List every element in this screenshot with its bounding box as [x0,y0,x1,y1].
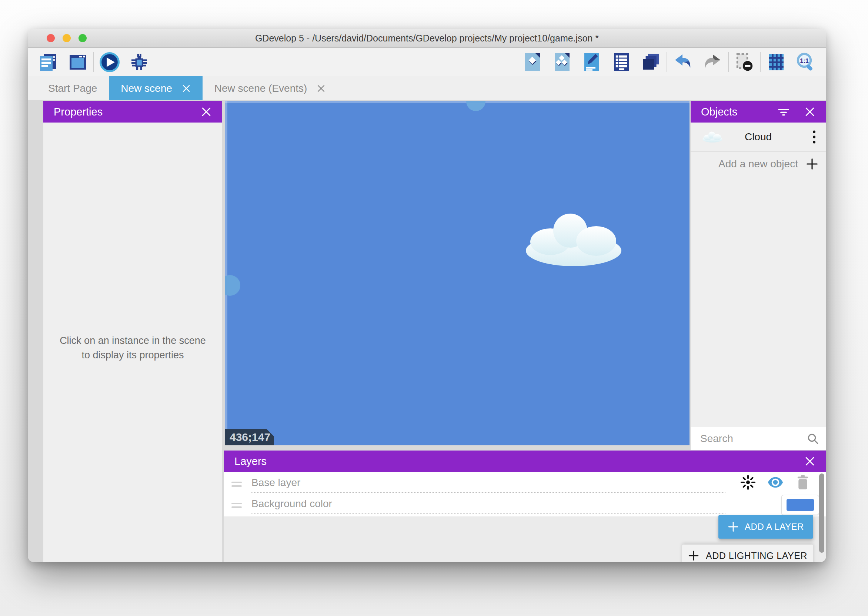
grid-icon[interactable] [766,52,786,72]
start-page-icon[interactable] [68,52,88,72]
debug-icon[interactable] [129,52,149,72]
layers-footer: ADD A LAYER ADD LIGHTING LAYER [224,516,826,562]
object-list-item-cloud[interactable]: Cloud [690,123,826,152]
objects-panel-title: Objects [701,106,737,118]
object-groups-icon[interactable] [552,52,572,72]
add-new-object-row[interactable]: Add a new object [690,152,826,176]
layers-panel-header: Layers [224,451,826,472]
undo-icon[interactable] [673,52,693,72]
toolbar-separator [728,52,729,72]
minimize-window-button[interactable] [63,34,71,42]
project-manager-icon[interactable] [38,52,58,72]
layers-panel: Layers [224,451,826,562]
instances-list-icon[interactable] [611,52,632,72]
toolbar-separator [667,52,667,72]
add-a-layer-label: ADD A LAYER [745,522,804,532]
layer-rows [224,472,826,516]
gdevelop-window: GDevelop 5 - /Users/david/Documents/GDev… [28,29,826,562]
canvas-vertical-scroll-knob[interactable] [225,275,240,296]
background-color-swatch [786,499,814,511]
canvas-horizontal-scroll-track[interactable] [225,101,690,103]
layers-editor-icon[interactable] [641,52,661,72]
properties-panel: Properties Click on an instance in the s… [43,101,222,562]
tab-close-icon[interactable] [182,84,191,93]
canvas-horizontal-scroll-knob[interactable] [466,101,486,111]
main-toolbar: 1:1 [28,48,826,76]
play-icon[interactable] [99,52,120,72]
tab-new-scene-events[interactable]: New scene (Events) [203,76,338,100]
close-icon[interactable] [804,456,815,467]
add-new-object-label: Add a new object [719,158,798,170]
objects-editor-icon[interactable] [522,52,543,72]
cloud-thumbnail-icon [703,131,722,145]
canvas-vertical-scroll-track[interactable] [225,101,227,445]
cloud-sprite[interactable] [525,212,622,269]
editor-content: Properties Click on an instance in the s… [28,100,826,562]
search-icon [807,432,819,445]
tab-start-page[interactable]: Start Page [36,76,109,100]
desktop-background: { "window": { "title": "GDevelop 5 - /Us… [0,0,868,616]
window-title: GDevelop 5 - /Users/david/Documents/GDev… [255,33,599,44]
redo-icon[interactable] [702,52,723,72]
tab-label: Start Page [48,83,97,94]
properties-empty-message: Click on an instance in the scene to dis… [43,333,222,362]
objects-search-bar [690,427,826,450]
layer-row-base [224,472,826,494]
drag-handle-icon[interactable] [231,503,242,508]
object-name: Cloud [745,131,772,143]
lighting-icon[interactable] [740,474,756,490]
close-icon[interactable] [804,106,815,117]
zoom-window-button[interactable] [79,34,86,42]
plus-icon [688,550,699,561]
toolbar-separator [93,52,94,72]
properties-panel-title: Properties [54,106,102,118]
scrollbar-thumb[interactable] [819,473,824,553]
add-lighting-layer-label: ADD LIGHTING LAYER [706,550,807,561]
search-input[interactable] [690,433,826,445]
plus-icon [728,521,739,532]
zoom-1-1-icon[interactable]: 1:1 [796,52,816,72]
layer-row-background-color [224,494,826,516]
visibility-eye-icon[interactable] [767,474,783,490]
tab-new-scene[interactable]: New scene [109,76,203,100]
filter-icon[interactable] [776,104,791,119]
tab-label: New scene (Events) [214,83,307,94]
toolbar-separator [760,52,761,72]
drag-handle-icon[interactable] [231,482,242,487]
editor-tabbar: Start Page New scene New scene (Events) [28,76,826,100]
svg-text:1:1: 1:1 [800,57,809,64]
tab-close-icon[interactable] [317,84,326,93]
scene-canvas[interactable]: 436;147 [225,101,690,445]
mask-remove-icon[interactable] [734,52,755,72]
layer-name-input[interactable] [252,475,725,493]
properties-panel-header: Properties [43,101,222,123]
layers-panel-title: Layers [234,455,267,468]
tab-label: New scene [121,83,172,94]
cursor-coordinates-badge: 436;147 [225,429,274,445]
traffic-lights [47,34,86,42]
add-lighting-layer-button[interactable]: ADD LIGHTING LAYER [682,545,813,562]
layers-scrollbar[interactable] [819,473,824,560]
add-a-layer-button[interactable]: ADD A LAYER [719,515,813,539]
layer-name-input[interactable] [252,497,725,514]
objects-panel: Objects [690,101,826,450]
titlebar: GDevelop 5 - /Users/david/Documents/GDev… [28,29,826,48]
background-color-button[interactable] [782,495,819,515]
cursor-coordinates: 436;147 [230,431,270,443]
close-icon[interactable] [201,106,212,117]
trash-icon[interactable] [795,474,811,490]
close-window-button[interactable] [47,34,55,42]
objects-panel-header: Objects [690,101,826,123]
object-menu-icon[interactable] [811,129,818,146]
objects-panel-empty-area [690,176,826,427]
plus-icon [806,158,818,170]
scene-properties-icon[interactable] [581,52,602,72]
